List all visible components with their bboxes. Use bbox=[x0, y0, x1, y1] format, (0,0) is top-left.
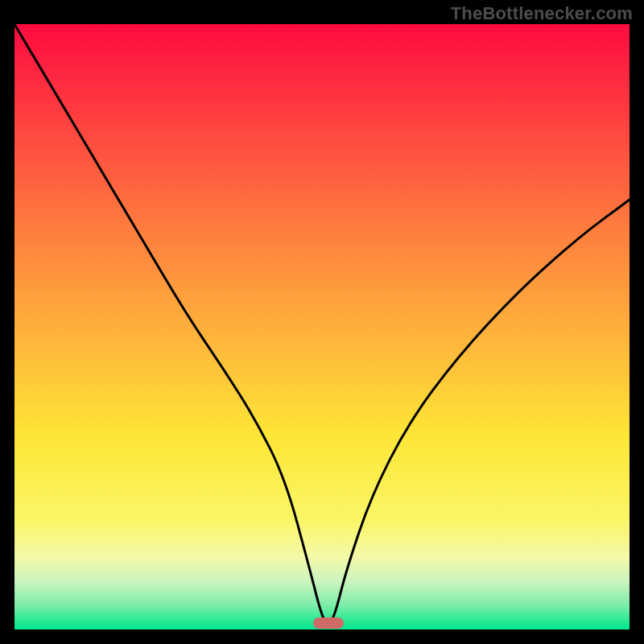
watermark-text: TheBottlenecker.com bbox=[451, 3, 633, 24]
stage: TheBottlenecker.com bbox=[0, 0, 644, 644]
svg-rect-0 bbox=[14, 24, 630, 630]
plot-area bbox=[14, 24, 630, 630]
heat-gradient bbox=[14, 24, 630, 630]
